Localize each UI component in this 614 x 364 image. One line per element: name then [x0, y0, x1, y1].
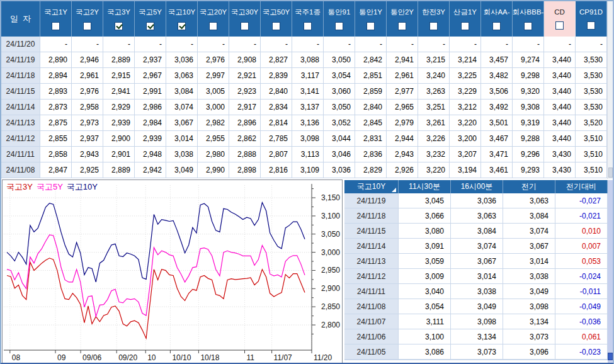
top-table-scrollbar[interactable]	[607, 1, 613, 179]
yield-cell: 2,890	[40, 52, 72, 67]
column-checkbox-CD[interactable]	[555, 21, 564, 30]
column-checkbox-통안91[interactable]	[335, 22, 343, 30]
column-checkbox-국고50Y[interactable]	[272, 22, 280, 30]
chart-legend: 국고3Y국고5Y국고10Y	[6, 181, 101, 193]
quote-cell: 3,049	[451, 299, 503, 314]
yield-cell: 2,847	[40, 162, 72, 178]
yield-cell: 2,941	[103, 84, 135, 99]
change-cell: 0,007	[555, 239, 608, 253]
scrollbar-thumb[interactable]	[608, 353, 613, 360]
column-checkbox-통안2Y[interactable]	[398, 22, 406, 30]
quote-header-3[interactable]: 전기	[503, 180, 555, 193]
quote-row[interactable]: 24/11/14 3,0913,0743,067 0,007	[344, 239, 608, 254]
yield-cell: 2,862	[229, 131, 261, 146]
yield-cell: 2,834	[261, 100, 292, 115]
yield-cell: 3,060	[324, 84, 355, 99]
yield-cell: 3,220	[450, 115, 481, 130]
yield-cell: 2,889	[103, 162, 135, 178]
quote-header-0[interactable]: 국고10Y	[344, 180, 399, 193]
yield-cell: 2,943	[72, 147, 103, 162]
quote-row[interactable]: 24/11/05 3,0863,0733,096 -0,023	[344, 344, 608, 360]
yield-cell: 2,888	[229, 147, 261, 162]
quote-table-scrollbar[interactable]	[608, 180, 613, 363]
column-checkbox-국주1종[interactable]	[304, 22, 312, 30]
yield-cell: 3,225	[450, 68, 481, 83]
quote-cell: 3,045	[399, 193, 451, 208]
yield-cell: 3,117	[292, 68, 324, 83]
column-checkbox-CP91D[interactable]	[587, 21, 595, 30]
quote-row[interactable]: 24/11/12 3,0093,0143,038 -0,024	[344, 269, 608, 284]
yield-cell: 2,976	[72, 84, 103, 99]
yield-cell: -	[418, 37, 450, 52]
legend-item: 국고10Y	[67, 182, 98, 191]
daily-yield-table: 일 자 국고1Y 국고2Y 국고3Y 국고5Y 국고10Y 국고20Y	[1, 1, 607, 179]
table-row[interactable]: 24/11/20 ------------------	[1, 37, 607, 52]
quote-header-2[interactable]: 16시00분	[451, 180, 503, 193]
yield-cell: 2,900	[103, 131, 135, 146]
quote-row[interactable]: 24/11/06 3,1003,1343,073 0,061	[344, 329, 608, 344]
top-table-header: 일 자 국고1Y 국고2Y 국고3Y 국고5Y 국고10Y 국고20Y	[1, 1, 607, 37]
yield-cell: 2,829	[355, 162, 387, 178]
quote-header-1[interactable]: 11시30분	[399, 180, 451, 193]
yield-cell: 3,036	[166, 52, 198, 67]
quote-row[interactable]: 24/11/19 3,0453,0363,063 -0,027	[344, 193, 608, 208]
row-date: 24/11/18	[344, 208, 399, 223]
column-header-국주1종: 국주1종	[292, 1, 324, 37]
table-row[interactable]: 24/11/18 2,8942,9612,9152,9673,0632,9972…	[1, 68, 607, 84]
yield-cell: 2,816	[261, 162, 292, 178]
svg-text:3,100: 3,100	[321, 212, 340, 220]
yield-cell: 2,855	[40, 131, 72, 146]
yield-cell: 3,000	[198, 100, 229, 115]
svg-text:11/20: 11/20	[314, 353, 332, 362]
column-checkbox-국고5Y[interactable]	[146, 22, 154, 30]
svg-text:09/20: 09/20	[118, 353, 137, 362]
yield-cell: 9,288	[513, 131, 544, 146]
column-header-국고5Y: 국고5Y	[135, 1, 166, 37]
column-checkbox-회사BBB-[interactable]	[524, 22, 532, 30]
column-checkbox-국고2Y[interactable]	[83, 22, 91, 30]
change-cell: 0,053	[555, 254, 608, 268]
quote-row[interactable]: 24/11/15 3,0803,0843,074 0,010	[344, 224, 608, 239]
column-checkbox-회사AA-[interactable]	[492, 22, 501, 30]
quote-cell: 3,084	[503, 208, 555, 223]
table-row[interactable]: 24/11/12 2,8552,9372,9002,9393,0142,9552…	[1, 131, 607, 147]
yield-cell: 3,088	[292, 52, 324, 67]
yield-cell: -	[40, 37, 72, 52]
column-label: 산금1Y	[453, 8, 477, 17]
legend-item: 국고5Y	[37, 182, 63, 191]
quote-cell: 3,066	[399, 208, 451, 223]
table-row[interactable]: 24/11/14 2,8732,9582,9292,9863,0743,0002…	[1, 100, 607, 115]
column-checkbox-국고20Y[interactable]	[209, 22, 217, 30]
yield-cell: 2,893	[40, 84, 72, 99]
row-date: 24/11/08	[344, 299, 399, 314]
table-row[interactable]: 24/11/19 2,8902,9462,8892,9373,0362,9762…	[1, 52, 607, 68]
quote-row[interactable]: 24/11/18 3,0663,0633,084 -0,021	[344, 208, 608, 224]
quote-row[interactable]: 24/11/13 3,0593,0673,014 0,053	[344, 254, 608, 269]
quote-row[interactable]: 24/11/08 3,0543,0493,098 -0,049	[344, 299, 608, 314]
table-row[interactable]: 24/11/11 2,8582,9432,9012,9483,0382,9802…	[1, 147, 607, 162]
column-header-국고30Y: 국고30Y	[229, 1, 261, 37]
yield-cell: 3,063	[166, 68, 198, 83]
column-checkbox-국고10Y[interactable]	[178, 22, 186, 30]
table-row[interactable]: 24/11/08 2,8472,9252,8892,9423,0492,9902…	[1, 162, 607, 178]
quote-cell: 3,091	[399, 239, 451, 253]
yield-cell: 2,986	[135, 100, 166, 115]
scrollbar-thumb[interactable]	[608, 168, 613, 178]
column-checkbox-한전3Y[interactable]	[429, 22, 438, 30]
column-checkbox-국고30Y[interactable]	[241, 22, 249, 30]
column-checkbox-산금1Y[interactable]	[461, 22, 469, 30]
table-row[interactable]: 24/11/15 2,8932,9762,9412,9913,0843,0052…	[1, 84, 607, 100]
column-checkbox-국고3Y[interactable]	[115, 22, 123, 30]
column-label: 회사BBB-	[513, 8, 544, 17]
quote-row[interactable]: 24/11/11 3,0403,0383,049 -0,011	[344, 284, 608, 299]
yield-cell: 2,827	[261, 52, 292, 67]
quote-header-4[interactable]: 전기대비	[555, 180, 608, 193]
column-checkbox-통안1Y[interactable]	[367, 22, 375, 30]
quote-row[interactable]: 24/11/07 3,1113,0983,134 -0,036	[344, 314, 608, 329]
column-label: CP91D	[579, 8, 603, 16]
column-checkbox-국고1Y[interactable]	[52, 22, 60, 30]
quote-cell: 3,134	[503, 314, 555, 329]
quote-cell: 3,014	[503, 254, 555, 268]
yield-cell: 2,831	[355, 131, 387, 146]
table-row[interactable]: 24/11/13 2,8752,9732,9392,9843,0672,9822…	[1, 115, 607, 131]
